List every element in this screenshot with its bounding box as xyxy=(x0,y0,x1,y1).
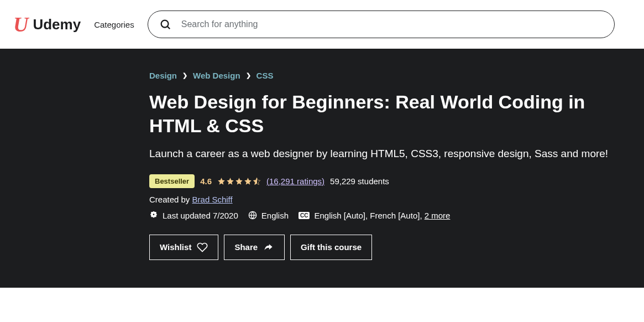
rating-value: 4.6 xyxy=(200,176,212,186)
rating-row: Bestseller 4.6 (16,291 ratings) 59,229 s… xyxy=(149,174,619,188)
gift-button[interactable]: Gift this course xyxy=(290,235,372,260)
breadcrumb-item-0[interactable]: Design xyxy=(149,71,177,80)
students-count: 59,229 students xyxy=(330,176,389,186)
star-half-icon xyxy=(253,177,261,185)
search-icon xyxy=(159,18,171,30)
course-hero: Design ❯ Web Design ❯ CSS Web Design for… xyxy=(0,49,644,288)
breadcrumb-item-2[interactable]: CSS xyxy=(256,71,274,80)
star-icon xyxy=(244,177,252,185)
search-bar[interactable] xyxy=(148,11,615,38)
logo[interactable]: U Udemy xyxy=(13,12,81,37)
search-input[interactable] xyxy=(181,19,603,29)
language: English xyxy=(248,211,289,220)
rating-stars xyxy=(217,177,261,185)
header: U Udemy Categories xyxy=(0,0,644,49)
breadcrumb: Design ❯ Web Design ❯ CSS xyxy=(149,71,619,80)
svg-point-2 xyxy=(153,214,155,215)
action-buttons: Wishlist Share Gift this course xyxy=(149,235,619,260)
heart-icon xyxy=(197,242,208,253)
author-link[interactable]: Brad Schiff xyxy=(192,195,233,204)
ratings-count-link[interactable]: (16,291 ratings) xyxy=(266,176,324,186)
bestseller-badge: Bestseller xyxy=(149,174,195,188)
categories-link[interactable]: Categories xyxy=(94,20,134,29)
star-icon xyxy=(217,177,226,185)
badge-icon xyxy=(149,211,158,220)
star-icon xyxy=(226,177,234,185)
share-button[interactable]: Share xyxy=(224,235,285,260)
chevron-right-icon: ❯ xyxy=(246,72,251,79)
share-icon xyxy=(263,242,274,253)
svg-point-0 xyxy=(161,20,168,28)
svg-line-1 xyxy=(167,27,170,29)
last-updated: Last updated 7/2020 xyxy=(149,211,238,220)
course-title: Web Design for Beginners: Real World Cod… xyxy=(149,90,619,137)
created-by: Created by Brad Schiff xyxy=(149,195,619,204)
wishlist-button[interactable]: Wishlist xyxy=(149,235,218,260)
course-subtitle: Launch a career as a web designer by lea… xyxy=(149,146,619,162)
breadcrumb-item-1[interactable]: Web Design xyxy=(193,71,240,80)
captions-more-link[interactable]: 2 more xyxy=(425,211,451,220)
logo-icon: U xyxy=(13,12,28,37)
globe-icon xyxy=(248,211,257,220)
cc-icon: CC xyxy=(299,212,310,219)
star-icon xyxy=(235,177,243,185)
info-row: Last updated 7/2020 English CC English [… xyxy=(149,211,619,220)
chevron-right-icon: ❯ xyxy=(182,72,187,79)
logo-text: Udemy xyxy=(33,16,81,33)
captions: CC English [Auto], French [Auto], 2 more xyxy=(299,211,450,220)
